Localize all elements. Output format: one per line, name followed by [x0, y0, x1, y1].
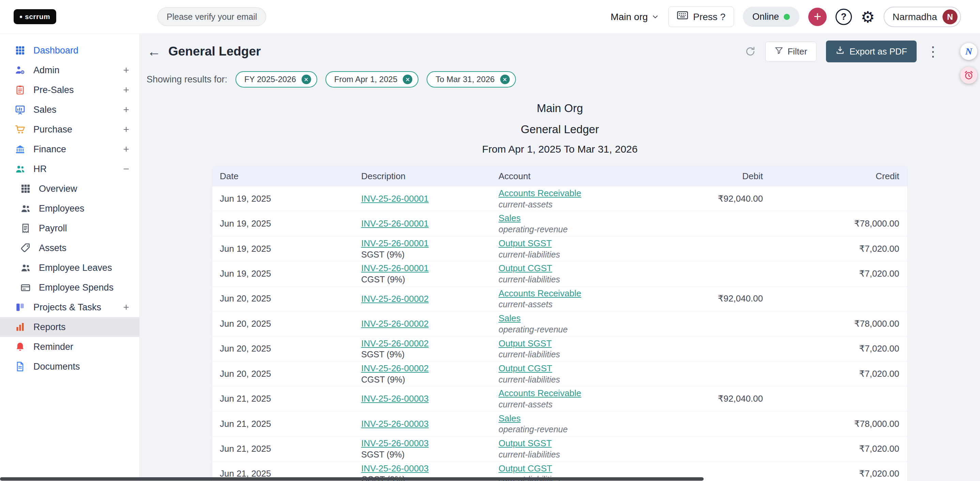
- sidebar-item-pre-sales[interactable]: Pre-Sales+: [0, 80, 139, 100]
- table-row: Jun 21, 2025INV-25-26-00003Salesoperatin…: [212, 411, 907, 436]
- invoice-link[interactable]: INV-25-26-00001: [361, 218, 429, 229]
- help-button[interactable]: ?: [835, 8, 852, 25]
- invoice-link[interactable]: INV-25-26-00002: [361, 319, 429, 329]
- settings-gear-icon[interactable]: ⚙: [861, 9, 875, 25]
- account-link[interactable]: Output SGST: [498, 438, 552, 448]
- sidebar-item-label: HR: [33, 164, 47, 175]
- chip-remove-icon[interactable]: [500, 75, 510, 84]
- account-link[interactable]: Accounts Receivable: [498, 188, 581, 198]
- clipboard-icon: [14, 84, 26, 96]
- invoice-link[interactable]: INV-25-26-00002: [361, 363, 429, 373]
- app-root: scrrum Please verify your email Main org…: [0, 0, 980, 481]
- filter-button[interactable]: Filter: [765, 41, 816, 62]
- cell-description: INV-25-26-00003: [354, 394, 491, 404]
- filter-chip: FY 2025-2026: [235, 71, 317, 87]
- sidebar-item-overview[interactable]: Overview: [0, 179, 139, 198]
- org-selector[interactable]: Main org: [611, 11, 659, 22]
- account-link[interactable]: Sales: [498, 413, 521, 424]
- account-link[interactable]: Accounts Receivable: [498, 288, 581, 298]
- sidebar-item-payroll[interactable]: Payroll: [0, 218, 139, 238]
- column-header-date: Date: [212, 171, 354, 182]
- sidebar-item-projects-tasks[interactable]: Projects & Tasks+: [0, 297, 139, 317]
- chip-remove-icon[interactable]: [302, 75, 311, 84]
- cell-credit: ₹7,020.00: [763, 268, 907, 279]
- cell-account: Salesoperating-revenue: [491, 413, 633, 434]
- funnel-icon: [775, 46, 783, 57]
- sidebar-item-finance[interactable]: Finance+: [0, 139, 139, 159]
- keyboard-shortcuts-button[interactable]: Press ?: [668, 6, 734, 27]
- plus-icon[interactable]: +: [123, 85, 129, 95]
- refresh-icon[interactable]: [745, 46, 756, 57]
- sidebar-item-sales[interactable]: Sales+: [0, 100, 139, 119]
- chip-remove-icon[interactable]: [403, 75, 412, 84]
- sidebar-item-label: Documents: [33, 362, 80, 372]
- account-link[interactable]: Accounts Receivable: [498, 388, 581, 398]
- online-label: Online: [752, 11, 779, 22]
- invoice-link[interactable]: INV-25-26-00001: [361, 194, 429, 204]
- invoice-link[interactable]: INV-25-26-00003: [361, 463, 429, 473]
- sidebar-item-label: Employee Spends: [39, 283, 113, 293]
- plus-icon[interactable]: +: [123, 105, 129, 115]
- minus-icon[interactable]: −: [123, 164, 129, 174]
- table-row: Jun 20, 2025INV-25-26-00002CGST (9%)Outp…: [212, 361, 907, 386]
- cell-credit: ₹7,020.00: [763, 244, 907, 254]
- app-logo: scrrum: [14, 9, 56, 24]
- invoice-link[interactable]: INV-25-26-00001: [361, 263, 429, 273]
- account-type: operating-revenue: [498, 424, 633, 434]
- add-button[interactable]: +: [808, 8, 827, 26]
- invoice-link[interactable]: INV-25-26-00003: [361, 438, 429, 448]
- sidebar-item-employees[interactable]: Employees: [0, 198, 139, 218]
- sidebar-item-reminder[interactable]: Reminder: [0, 337, 139, 357]
- account-link[interactable]: Sales: [498, 313, 521, 323]
- plus-icon[interactable]: +: [123, 124, 129, 135]
- account-link[interactable]: Output CGST: [498, 363, 552, 373]
- invoice-link[interactable]: INV-25-26-00002: [361, 294, 429, 304]
- account-link[interactable]: Output CGST: [498, 463, 552, 473]
- sidebar-item-label: Employee Leaves: [39, 263, 112, 273]
- plus-icon[interactable]: +: [123, 144, 129, 154]
- invoice-link[interactable]: INV-25-26-00001: [361, 238, 429, 248]
- scrollbar-thumb[interactable]: [0, 477, 704, 481]
- account-link[interactable]: Output SGST: [498, 338, 552, 348]
- sidebar-item-employee-spends[interactable]: Employee Spends: [0, 278, 139, 297]
- sidebar-item-label: Sales: [33, 105, 57, 115]
- verify-email-button[interactable]: Please verify your email: [158, 8, 266, 26]
- description-note: SGST (9%): [361, 250, 491, 260]
- cell-description: INV-25-26-00002SGST (9%): [354, 338, 491, 359]
- table-row: Jun 19, 2025INV-25-26-00001CGST (9%)Outp…: [212, 261, 907, 286]
- press-label: Press ?: [693, 11, 725, 22]
- sidebar-item-label: Payroll: [39, 223, 67, 234]
- account-link[interactable]: Sales: [498, 213, 521, 223]
- sidebar-item-reports[interactable]: Reports: [0, 317, 139, 337]
- grid-icon: [20, 183, 31, 195]
- cell-credit: ₹78,000.00: [763, 419, 907, 429]
- tag-icon: [20, 242, 31, 254]
- floating-note-widget[interactable]: N: [960, 43, 977, 60]
- sidebar-item-admin[interactable]: Admin+: [0, 60, 139, 80]
- sidebar-item-dashboard[interactable]: Dashboard: [0, 41, 139, 60]
- sidebar-item-assets[interactable]: Assets: [0, 238, 139, 258]
- invoice-link[interactable]: INV-25-26-00003: [361, 394, 429, 404]
- main-content: ← General Ledger Filter Export as PDF: [140, 34, 980, 481]
- chart-board-icon: [14, 104, 26, 116]
- invoice-link[interactable]: INV-25-26-00002: [361, 338, 429, 348]
- account-link[interactable]: Output CGST: [498, 263, 552, 273]
- bell-icon: [14, 341, 26, 352]
- account-link[interactable]: Output SGST: [498, 238, 552, 248]
- plus-icon[interactable]: +: [123, 65, 129, 75]
- online-status[interactable]: Online: [743, 7, 799, 27]
- sidebar-item-employee-leaves[interactable]: Employee Leaves: [0, 258, 139, 278]
- plus-icon[interactable]: +: [123, 302, 129, 313]
- more-options-icon[interactable]: ⋮: [926, 44, 940, 58]
- floating-alarm-widget[interactable]: [960, 67, 977, 84]
- sidebar-item-label: Admin: [33, 65, 60, 76]
- table-row: Jun 21, 2025INV-25-26-00003Accounts Rece…: [212, 386, 907, 411]
- user-menu-button[interactable]: Narmadha N: [884, 6, 961, 27]
- back-button[interactable]: ←: [147, 44, 161, 58]
- invoice-link[interactable]: INV-25-26-00003: [361, 419, 429, 429]
- sidebar-item-hr[interactable]: HR−: [0, 159, 139, 179]
- sidebar-item-documents[interactable]: Documents: [0, 357, 139, 376]
- sidebar-item-purchase[interactable]: Purchase+: [0, 119, 139, 139]
- cell-debit: ₹92,040.00: [633, 293, 763, 304]
- export-pdf-button[interactable]: Export as PDF: [826, 41, 916, 62]
